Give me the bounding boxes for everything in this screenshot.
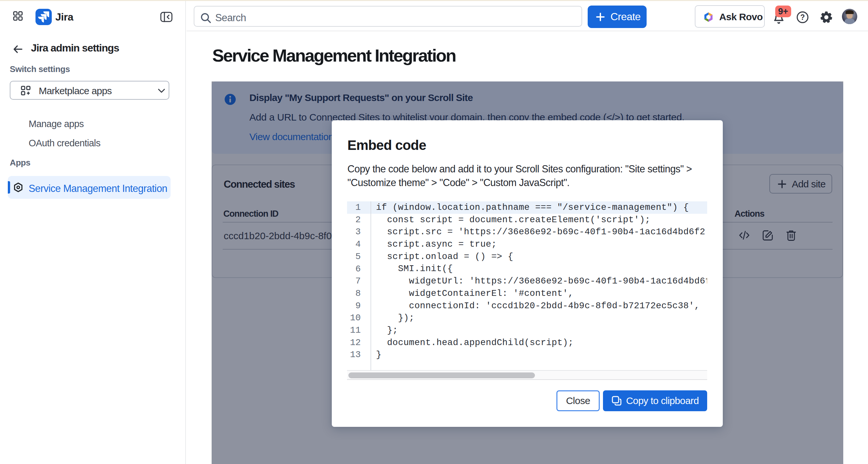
svg-text:?: ?: [800, 13, 805, 22]
